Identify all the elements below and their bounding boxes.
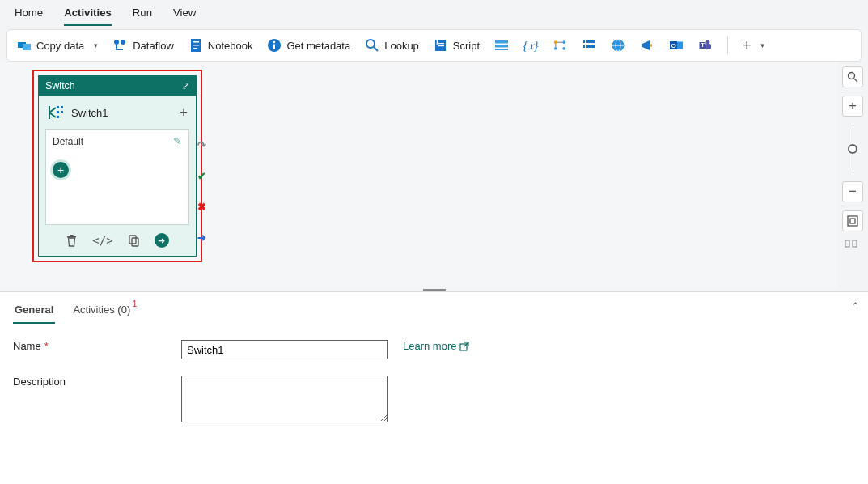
tool-add-more[interactable]: + ▼ [739,34,768,57]
svg-rect-1 [23,44,31,50]
delete-icon[interactable] [66,234,78,247]
collapse-panel-button[interactable]: ⌃ [851,300,860,312]
add-case-button[interactable]: + [180,104,188,121]
svg-rect-6 [193,45,199,46]
outlook-icon: O [669,38,684,53]
svg-rect-46 [70,235,74,236]
tab-home[interactable]: Home [15,4,43,26]
tool-rows-icon[interactable] [491,35,512,56]
svg-point-22 [562,47,565,50]
canvas-search-button[interactable] [842,66,863,87]
tool-processes-icon[interactable] [549,35,570,56]
tab-view[interactable]: View [173,4,196,26]
properties-tab-general[interactable]: General [13,300,55,324]
svg-rect-27 [586,40,595,43]
add-activity-button[interactable]: + [53,162,69,178]
edit-case-icon[interactable]: ✎ [173,135,182,147]
svg-rect-15 [438,45,444,46]
properties-panel: ⌃ General Activities (0) 1 Name* Learn m… [0,291,868,484]
tool-get-metadata[interactable]: Get metadata [264,35,354,56]
activity-type-label: Switch [45,80,75,91]
code-icon[interactable]: </> [92,234,112,247]
tab-activities[interactable]: Activities [64,4,112,26]
megaphone-icon [640,38,654,53]
tool-forms-icon[interactable] [578,35,599,56]
canvas-right-rail: + − [837,62,868,288]
pipeline-canvas[interactable]: Switch ⤢ Switch1 + De [0,62,837,288]
tab-run[interactable]: Run [133,4,152,26]
svg-rect-48 [132,238,138,246]
svg-rect-42 [57,111,59,113]
port-skip-icon[interactable]: ↷ [196,139,207,151]
name-input[interactable] [181,340,388,359]
tool-lookup[interactable]: Lookup [362,35,422,56]
port-completion-icon[interactable]: ➔ [196,231,207,243]
svg-rect-37 [705,44,711,49]
tool-outlook-icon[interactable]: O [666,35,687,56]
tool-script[interactable]: Script [430,35,483,56]
expand-icon[interactable]: ⤢ [182,81,189,91]
svg-rect-32 [650,45,652,47]
svg-rect-14 [438,43,444,44]
tool-get-metadata-label: Get metadata [286,40,350,52]
svg-rect-28 [586,45,595,48]
zoom-in-button[interactable]: + [842,96,863,117]
default-case-box[interactable]: Default ✎ + [45,129,189,225]
svg-point-36 [706,40,710,45]
svg-point-10 [273,41,276,44]
svg-rect-53 [845,240,849,247]
tool-lookup-label: Lookup [384,40,419,52]
copy-icon[interactable] [128,234,140,247]
activity-type-header[interactable]: Switch ⤢ [39,76,196,96]
svg-rect-26 [583,45,585,48]
name-field-label: Name* [13,340,181,352]
svg-point-2 [114,40,119,45]
zoom-out-button[interactable]: − [842,181,863,202]
svg-rect-35 [677,42,683,49]
tool-teams-icon[interactable]: T [695,35,716,56]
learn-more-link[interactable]: Learn more [403,340,469,352]
plus-icon: + [743,37,752,54]
zoom-slider-track[interactable] [853,125,853,173]
dataflow-icon [113,38,128,53]
tool-megaphone-icon[interactable] [637,35,658,56]
svg-line-50 [854,79,857,82]
toolbar-separator [727,36,728,54]
fit-to-screen-button[interactable] [842,210,863,231]
svg-point-19 [554,40,557,44]
tool-copy-data[interactable]: Copy data ▼ [14,35,102,56]
copy-data-icon [17,38,32,53]
svg-rect-43 [61,111,63,113]
svg-point-49 [849,73,855,79]
zoom-slider-thumb[interactable] [848,144,857,154]
tool-copy-data-label: Copy data [36,40,84,52]
run-activity-icon[interactable]: ➜ [155,233,169,248]
svg-rect-18 [495,49,508,50]
tool-script-label: Script [453,40,480,52]
properties-tab-activities[interactable]: Activities (0) 1 [71,300,132,324]
globe-icon [611,38,625,53]
svg-point-11 [366,40,375,48]
svg-rect-40 [57,106,59,108]
tool-variable-icon[interactable]: {𝑥} [520,35,541,56]
tool-dataflow[interactable]: Dataflow [110,35,177,56]
script-icon [434,38,448,53]
svg-rect-16 [495,40,508,44]
expand-canvas-button[interactable] [845,240,861,248]
notebook-icon [188,38,203,53]
svg-text:T: T [701,41,705,49]
variable-icon: {𝑥} [523,38,538,53]
port-success-icon[interactable]: ✔ [196,170,207,181]
top-tab-bar: Home Activities Run View [0,0,868,24]
switch-activity-selection: Switch ⤢ Switch1 + De [32,70,202,262]
external-link-icon [459,342,469,351]
description-input[interactable] [181,376,388,422]
forms-icon [582,38,596,53]
tool-notebook[interactable]: Notebook [185,35,256,56]
svg-rect-25 [583,40,585,43]
port-failure-icon[interactable]: ✖ [196,201,207,212]
svg-rect-52 [850,219,855,223]
tool-globe-icon[interactable] [608,35,629,56]
default-case-label: Default [53,136,83,147]
svg-rect-7 [193,48,197,49]
